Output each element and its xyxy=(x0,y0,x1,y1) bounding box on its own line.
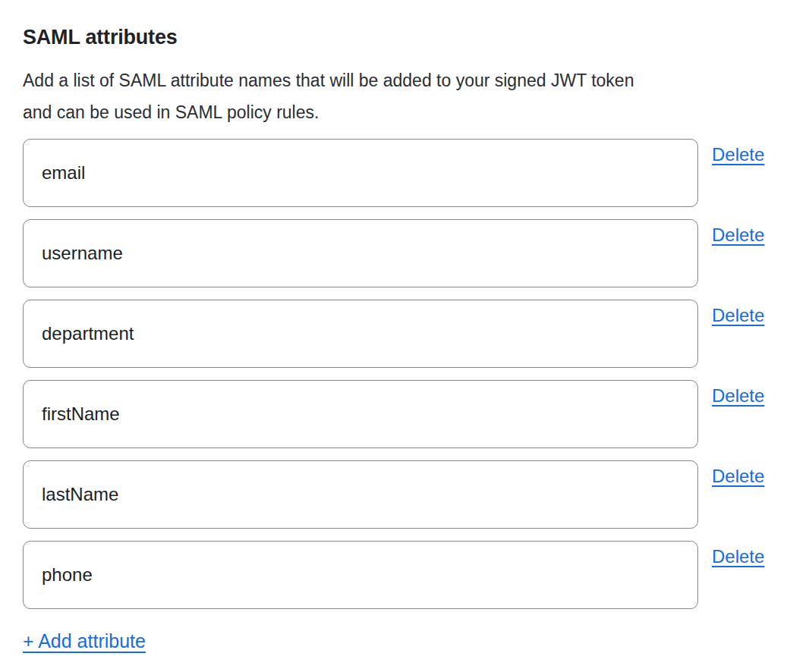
attribute-row: Delete xyxy=(23,219,786,287)
add-attribute-link[interactable]: + Add attribute xyxy=(23,630,146,652)
attribute-input-email[interactable] xyxy=(23,139,698,207)
description-line-1: Add a list of SAML attribute names that … xyxy=(23,71,634,90)
delete-link-lastname[interactable]: Delete xyxy=(712,466,764,487)
attribute-input-lastname[interactable] xyxy=(23,460,698,529)
attribute-input-username[interactable] xyxy=(23,219,698,287)
attribute-row: Delete xyxy=(23,380,786,448)
description-line-2: and can be used in SAML policy rules. xyxy=(23,102,319,122)
delete-link-phone[interactable]: Delete xyxy=(712,546,764,567)
delete-link-username[interactable]: Delete xyxy=(712,225,764,246)
delete-link-department[interactable]: Delete xyxy=(712,305,764,326)
page-title: SAML attributes xyxy=(23,26,786,49)
attribute-row: Delete xyxy=(23,460,786,529)
saml-attributes-section: SAML attributes Add a list of SAML attri… xyxy=(0,0,809,652)
attribute-row: Delete xyxy=(23,300,786,368)
attribute-input-department[interactable] xyxy=(23,300,698,368)
attribute-row: Delete xyxy=(23,139,786,207)
delete-link-email[interactable]: Delete xyxy=(712,144,764,165)
attribute-input-phone[interactable] xyxy=(23,541,698,609)
delete-link-firstname[interactable]: Delete xyxy=(712,385,764,407)
attribute-row: Delete xyxy=(23,541,786,609)
attribute-input-firstname[interactable] xyxy=(23,380,698,448)
section-description: Add a list of SAML attribute names that … xyxy=(23,64,786,128)
